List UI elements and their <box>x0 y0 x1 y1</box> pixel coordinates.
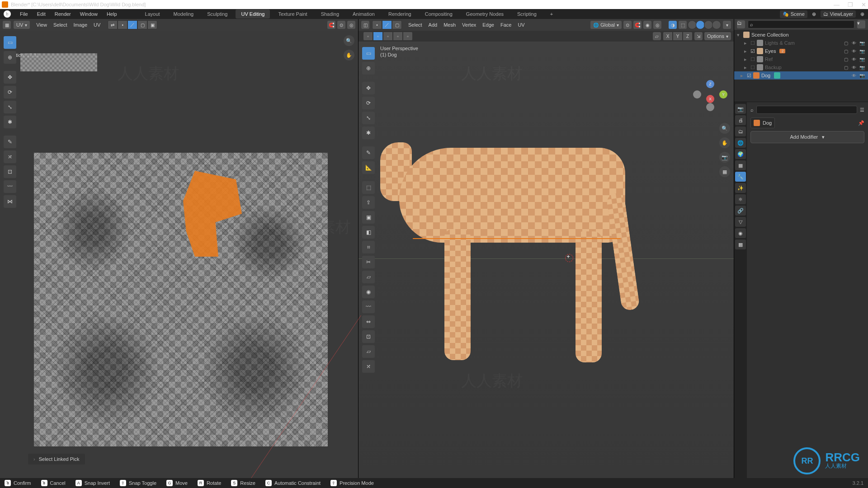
uv-editor-type-icon[interactable]: ▦ <box>3 21 11 29</box>
outliner-root[interactable]: ▾ Scene Collection <box>734 31 868 39</box>
uv-menu-uv[interactable]: UV <box>94 22 100 28</box>
ptab-texture[interactable]: ▩ <box>735 239 746 249</box>
v3d-tool-edgeslide[interactable]: ⇔ <box>362 315 375 328</box>
gizmo-x[interactable]: X <box>706 95 714 103</box>
ws-compositing[interactable]: Compositing <box>420 9 458 19</box>
v3d-tool-rip[interactable]: ⤯ <box>362 360 375 373</box>
pin-icon[interactable]: 📌 <box>858 120 864 126</box>
menu-help[interactable]: Help <box>102 9 122 19</box>
menu-edit[interactable]: Edit <box>33 9 50 19</box>
ptab-material[interactable]: ◉ <box>735 228 746 238</box>
ws-shading[interactable]: Shading <box>316 9 344 19</box>
props-options-icon[interactable]: ☰ <box>860 107 864 113</box>
v3d-menu-face[interactable]: Face <box>500 22 511 28</box>
add-modifier-button[interactable]: Add Modifier ▾ <box>750 131 864 143</box>
v3d-tool-knife[interactable]: ✂ <box>362 256 375 268</box>
v3d-tool-smooth[interactable]: 〰 <box>362 300 375 313</box>
automerge-icon[interactable]: ⇲ <box>694 32 703 40</box>
v3d-tool-rotate[interactable]: ⟳ <box>362 97 375 109</box>
v3d-tool-move[interactable]: ✥ <box>362 82 375 94</box>
outliner-item-backup[interactable]: ▸ ☐ Backup ▢👁📷 <box>734 63 868 71</box>
mirror-z[interactable]: Z <box>683 32 693 41</box>
v3d-menu-vertex[interactable]: Vertex <box>462 22 476 28</box>
ptab-modifiers[interactable]: 🔧 <box>735 172 746 182</box>
ws-texture-paint[interactable]: Texture Paint <box>273 9 312 19</box>
ptab-constraints[interactable]: 🔗 <box>735 206 746 216</box>
shading-options-icon[interactable]: ▾ <box>723 21 731 29</box>
selmode-vertex[interactable]: • <box>372 20 382 29</box>
v3d-tool-scale[interactable]: ⤡ <box>362 112 375 124</box>
tool-transform[interactable]: ✱ <box>4 116 16 128</box>
scene-new-button[interactable]: ⊕ <box>812 11 816 17</box>
uv-snap-icon[interactable]: 🧲 <box>327 21 335 29</box>
uv-menu-select[interactable]: Select <box>53 22 67 28</box>
uv-selmode-face[interactable]: ▢ <box>137 20 147 29</box>
propedit-icon[interactable]: ◉ <box>643 21 651 29</box>
v3d-tool-bevel[interactable]: ◧ <box>362 226 375 239</box>
outliner-type-icon[interactable]: 🗂 <box>737 20 745 28</box>
gizmo-neg-y[interactable] <box>693 90 701 99</box>
viewlayer-new-button[interactable]: ⊕ <box>860 11 864 17</box>
ptab-scene[interactable]: 🌐 <box>735 138 746 148</box>
ws-sculpting[interactable]: Sculpting <box>202 9 233 19</box>
uv-selmode-island[interactable]: ▣ <box>147 20 157 29</box>
v3d-persp-icon[interactable]: ▦ <box>719 166 730 177</box>
uv-image-canvas[interactable] <box>34 153 328 446</box>
v3d-tool-select[interactable]: ▭ <box>362 47 375 60</box>
window-maximize-button[interactable]: ❐ <box>848 1 853 8</box>
mirror-x[interactable]: X <box>663 32 673 41</box>
viewlayer-selector[interactable]: 🗂 ViewLayer <box>821 10 856 18</box>
tool-cursor[interactable]: ⊕ <box>4 51 16 64</box>
ptab-output[interactable]: 🖨 <box>735 115 746 125</box>
props-search-input[interactable] <box>756 106 857 114</box>
v3d-camera-icon[interactable]: 📷 <box>719 152 730 163</box>
meshsel-3[interactable]: ▫ <box>383 32 393 41</box>
active-object-pill[interactable]: Dog <box>750 117 775 128</box>
v3d-tool-inset[interactable]: ▣ <box>362 211 375 224</box>
ptab-render[interactable]: 📷 <box>735 104 746 114</box>
window-close-button[interactable]: ✕ <box>861 1 866 8</box>
blender-logo-icon[interactable]: b <box>4 10 11 18</box>
meshsel-1[interactable]: ▫ <box>363 32 373 41</box>
v3d-tool-measure[interactable]: 📐 <box>362 161 375 174</box>
ptab-viewlayer[interactable]: 🗂 <box>735 127 746 136</box>
uv-menu-view[interactable]: View <box>36 22 47 28</box>
xray-icon[interactable]: ⬚ <box>679 21 687 29</box>
ws-layout[interactable]: Layout <box>140 9 165 19</box>
tool-relax[interactable]: 〰 <box>4 180 16 193</box>
uv-pivot-icon[interactable]: ⊙ <box>337 21 345 29</box>
v3d-tool-shear[interactable]: ▱ <box>362 345 375 358</box>
orientation-gizmo[interactable]: Z Y X <box>692 78 728 114</box>
orientation-dropdown[interactable]: 🌐 Global ▾ <box>590 21 622 29</box>
mirror-toggle[interactable]: ▱ <box>653 32 661 40</box>
outliner-filter-icon[interactable]: ▾ <box>857 20 865 28</box>
snap-icon[interactable]: 🧲 <box>633 21 642 29</box>
tool-select-box[interactable]: ▭ <box>4 36 16 49</box>
meshsel-2[interactable]: ▫ <box>373 32 383 41</box>
outliner-search[interactable]: ⌕ <box>748 20 854 28</box>
view3d-type-icon[interactable]: ◫ <box>361 21 369 29</box>
v3d-menu-mesh[interactable]: Mesh <box>443 22 456 28</box>
v3d-menu-add[interactable]: Add <box>429 22 438 28</box>
selmode-edge[interactable]: ／ <box>382 20 392 29</box>
redo-panel[interactable]: › Select Linked Pick <box>28 454 85 465</box>
tool-pinch[interactable]: ⋈ <box>4 195 16 208</box>
shade-rendered[interactable] <box>712 20 721 29</box>
v3d-pan-icon[interactable]: ✋ <box>719 137 730 148</box>
v3d-tool-cursor[interactable]: ⊕ <box>362 62 375 75</box>
outliner-item-eyes[interactable]: ▸ ☑ Eyes 2 ▢👁📷 <box>734 47 868 55</box>
options-dropdown[interactable]: Options ▾ <box>704 32 731 40</box>
ptab-mesh[interactable]: ▽ <box>735 217 746 227</box>
gizmo-neg-z[interactable] <box>706 103 714 111</box>
outliner-item-dog[interactable]: ▸ ☑ Dog 👁📷 <box>734 71 868 80</box>
ws-modeling[interactable]: Modeling <box>168 9 199 19</box>
uv-pan-icon[interactable]: ✋ <box>344 50 354 61</box>
tool-rotate[interactable]: ⟳ <box>4 86 16 99</box>
uv-display-overlay-icon[interactable]: ◎ <box>347 21 355 29</box>
uv-selmode-edge[interactable]: ／ <box>127 20 137 29</box>
shade-wire[interactable] <box>688 20 697 29</box>
v3d-menu-edge[interactable]: Edge <box>482 22 494 28</box>
camera-icon[interactable]: 📷 <box>859 40 865 46</box>
v3d-tool-addcube[interactable]: ⬚ <box>362 181 375 194</box>
tool-rip[interactable]: ⤯ <box>4 150 16 163</box>
